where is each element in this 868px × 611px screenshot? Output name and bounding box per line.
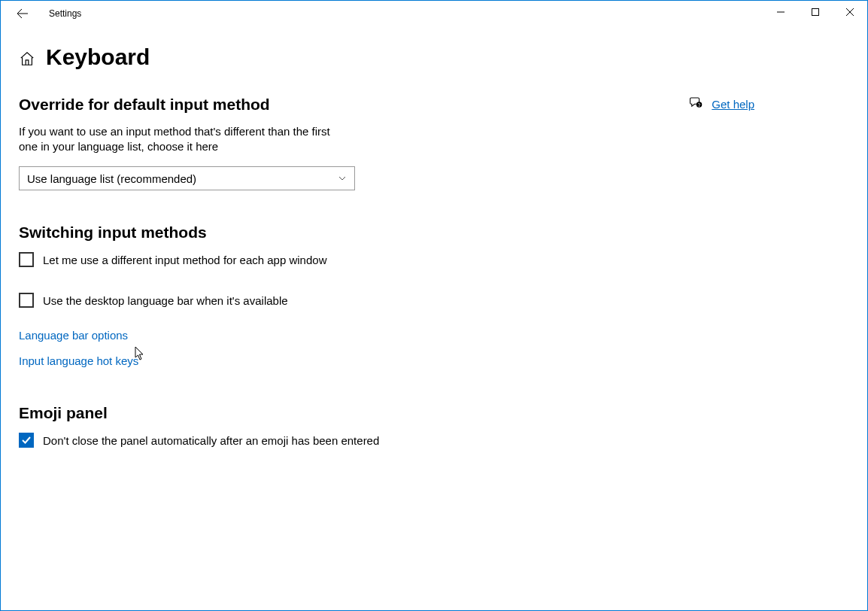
- language-bar-options-link[interactable]: Language bar options: [19, 329, 128, 342]
- help-icon: [689, 96, 703, 112]
- override-description: If you want to use an input method that'…: [19, 124, 342, 154]
- per-app-input-checkbox-row[interactable]: Let me use a different input method for …: [19, 252, 500, 267]
- back-arrow-icon: [17, 8, 29, 20]
- svg-point-2: [699, 106, 700, 107]
- switching-heading: Switching input methods: [19, 223, 500, 242]
- checkbox-unchecked[interactable]: [19, 252, 34, 267]
- emoji-heading: Emoji panel: [19, 404, 500, 422]
- title-bar: Settings: [1, 1, 867, 26]
- window-controls: [763, 1, 867, 23]
- checkbox-checked[interactable]: [19, 433, 34, 448]
- back-button[interactable]: [8, 2, 37, 25]
- checkbox-unchecked[interactable]: [19, 293, 34, 308]
- close-button[interactable]: [833, 1, 867, 23]
- home-icon[interactable]: [19, 50, 35, 67]
- app-title: Settings: [49, 8, 81, 19]
- main-column: Override for default input method If you…: [19, 96, 500, 473]
- emoji-autoclose-checkbox-row[interactable]: Don't close the panel automatically afte…: [19, 433, 500, 448]
- page-header: Keyboard: [19, 44, 867, 70]
- emoji-autoclose-label: Don't close the panel automatically afte…: [43, 434, 379, 447]
- per-app-input-label: Let me use a different input method for …: [43, 254, 326, 266]
- svg-rect-0: [812, 9, 819, 16]
- override-heading: Override for default input method: [19, 96, 500, 114]
- maximize-button[interactable]: [798, 1, 833, 23]
- maximize-icon: [812, 8, 819, 16]
- close-icon: [846, 8, 854, 16]
- input-language-hotkeys-link[interactable]: Input language hot keys: [19, 354, 138, 367]
- desktop-lang-bar-checkbox-row[interactable]: Use the desktop language bar when it's a…: [19, 293, 500, 308]
- page-title: Keyboard: [46, 44, 150, 70]
- minimize-icon: [777, 8, 785, 16]
- desktop-lang-bar-label: Use the desktop language bar when it's a…: [43, 294, 288, 307]
- chevron-down-icon: [338, 174, 347, 183]
- minimize-button[interactable]: [763, 1, 798, 23]
- input-method-dropdown[interactable]: Use language list (recommended): [19, 166, 355, 190]
- get-help-link[interactable]: Get help: [712, 98, 754, 111]
- side-column: Get help: [689, 96, 849, 112]
- dropdown-value: Use language list (recommended): [27, 172, 196, 185]
